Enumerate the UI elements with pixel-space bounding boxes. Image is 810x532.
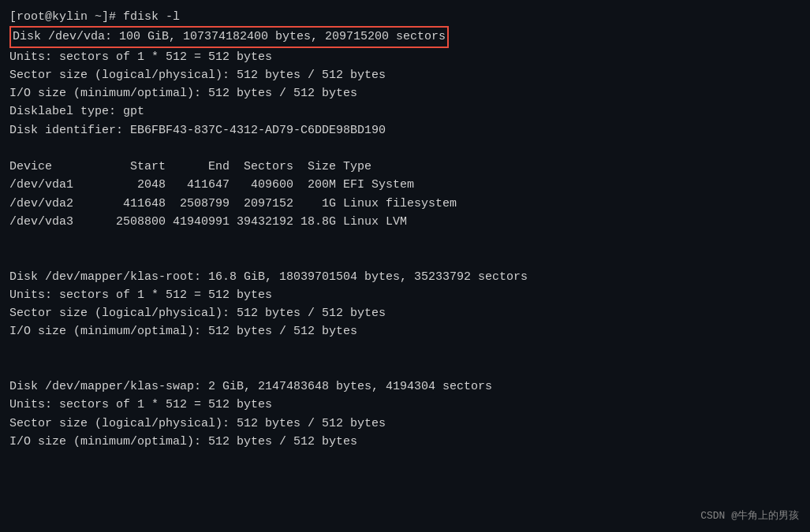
sector-size-vda: Sector size (logical/physical): 512 byte… [9, 66, 801, 84]
sector-size-klas-swap: Sector size (logical/physical): 512 byte… [9, 415, 801, 433]
io-size-klas-swap: I/O size (minimum/optimal): 512 bytes / … [9, 433, 801, 451]
disklabel-vda: Disklabel type: gpt [9, 102, 801, 121]
highlighted-line-wrap: Disk /dev/vda: 100 GiB, 107374182400 byt… [9, 26, 801, 47]
empty4 [9, 341, 801, 359]
io-size-klas-root: I/O size (minimum/optimal): 512 bytes / … [9, 322, 801, 340]
units-vda: Units: sectors of 1 * 512 = 512 bytes [9, 48, 801, 66]
disk-klas-root: Disk /dev/mapper/klas-root: 16.8 GiB, 18… [9, 268, 801, 286]
prompt-line: [root@kylin ~]# fdisk -l [9, 8, 801, 26]
empty3 [9, 249, 801, 267]
disk-klas-swap: Disk /dev/mapper/klas-swap: 2 GiB, 21474… [9, 378, 801, 396]
table-header: Device Start End Sectors Size Type [9, 158, 801, 176]
watermark: CSDN @牛角上的男孩 [700, 508, 799, 523]
empty2 [9, 231, 801, 249]
disk-vda-header: Disk /dev/vda: 100 GiB, 107374182400 byt… [9, 26, 449, 47]
vda3: /dev/vda3 2508800 41940991 39432192 18.8… [9, 213, 801, 231]
sector-size-klas-root: Sector size (logical/physical): 512 byte… [9, 304, 801, 322]
terminal: [root@kylin ~]# fdisk -l Disk /dev/vda: … [0, 0, 810, 532]
empty1 [9, 140, 801, 158]
io-size-vda: I/O size (minimum/optimal): 512 bytes / … [9, 84, 801, 102]
empty5 [9, 359, 801, 378]
vda1: /dev/vda1 2048 411647 409600 200M EFI Sy… [9, 176, 801, 194]
units-klas-swap: Units: sectors of 1 * 512 = 512 bytes [9, 396, 801, 414]
disk-id-vda: Disk identifier: EB6FBF43-837C-4312-AD79… [9, 121, 801, 140]
vda2: /dev/vda2 411648 2508799 2097152 1G Linu… [9, 195, 801, 213]
units-klas-root: Units: sectors of 1 * 512 = 512 bytes [9, 286, 801, 304]
